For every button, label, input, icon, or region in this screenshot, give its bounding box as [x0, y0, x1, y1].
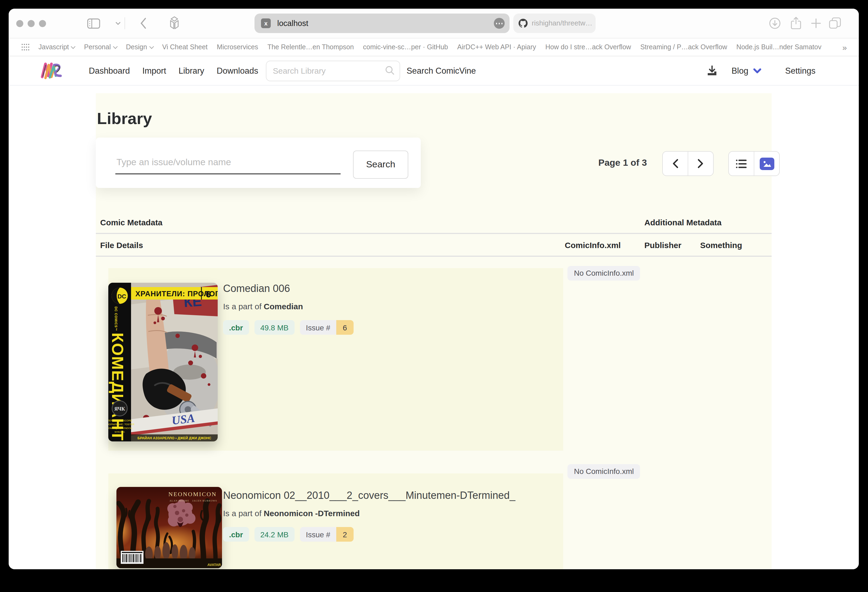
page-content: Library Search Page 1 of 3 [9, 86, 859, 569]
prev-page-button[interactable] [663, 152, 688, 176]
issue-volume-search-input[interactable] [115, 152, 341, 174]
file-size-badge: 24.2 MB [254, 527, 294, 542]
browser-toolbar: x localhost rishighan/threetw… [9, 9, 859, 38]
nav-downloads[interactable]: Downloads [217, 66, 258, 75]
issue-label-badge: Issue # [300, 320, 336, 335]
nav-settings[interactable]: Settings [785, 66, 815, 75]
svg-text:ОФОРМЛЕНИЕ: TOSTER: ОФОРМЛЕНИЕ: TOSTER [108, 423, 134, 426]
chevron-down-icon [71, 44, 75, 49]
back-button-icon[interactable] [140, 17, 147, 29]
chevron-left-icon [672, 159, 679, 168]
file-size-badge: 49.8 MB [254, 320, 294, 335]
bookmark-item[interactable]: Streaming / P…ack Overflow [640, 43, 727, 51]
comicinfo-status-badge: No ComicInfo.xml [567, 464, 640, 479]
traffic-light-close[interactable] [16, 20, 23, 27]
chevron-down-icon [149, 44, 154, 49]
file-extension-badge: .cbr [223, 527, 249, 542]
bookmark-item[interactable]: Vi Cheat Sheet [162, 43, 208, 51]
bookmark-item[interactable]: AirDC++ Web API · Apiary [457, 43, 536, 51]
bookmark-folder[interactable]: Javascript [38, 43, 75, 51]
new-tab-icon[interactable] [810, 18, 821, 29]
column-header-comicinfo: ComicInfo.xml [565, 241, 621, 250]
github-icon [518, 18, 528, 28]
sidebar-chevron-icon[interactable] [115, 22, 121, 25]
bookmark-item[interactable]: comic-vine-sc…per · GitHub [363, 43, 448, 51]
issue-number-badge: 6 [336, 320, 354, 335]
comic-series-line: Is a part of Comedian [223, 302, 359, 311]
column-header-something: Something [700, 241, 742, 250]
app-logo[interactable] [39, 59, 65, 82]
traffic-light-minimize[interactable] [28, 20, 35, 27]
svg-text:ХРАНИТЕЛИ: ПРОЛОГ: ХРАНИТЕЛИ: ПРОЛОГ [135, 290, 218, 298]
comic-details: Neonomicon 02__2010___2_covers___Minutem… [223, 490, 515, 542]
comic-series-line: Is a part of Neonomicon -DTermined [223, 509, 515, 518]
search-button[interactable]: Search [353, 151, 408, 179]
view-toggle [728, 151, 780, 176]
issue-label-badge: Issue # [300, 527, 336, 542]
bookmark-item[interactable]: Node.js Buil…nder Samatov [737, 43, 821, 51]
library-section: Library Search Page 1 of 3 [96, 93, 772, 569]
svg-text:6: 6 [206, 289, 211, 299]
bookmarks-bar: Javascript Personal Design Vi Cheat Shee… [9, 38, 859, 56]
table-divider [96, 233, 772, 234]
nav-search-comicvine[interactable]: Search ComicVine [407, 66, 476, 75]
comic-series-name[interactable]: Comedian [264, 302, 303, 311]
page-title: Library [97, 109, 152, 128]
file-extension-badge: .cbr [223, 320, 249, 335]
chevron-right-icon [697, 159, 704, 168]
comicinfo-status-badge: No ComicInfo.xml [567, 266, 640, 280]
chevron-down-icon [113, 44, 118, 49]
svg-text:NEONOMICON: NEONOMICON [168, 491, 217, 498]
comic-cover-comedian[interactable]: КЕ [108, 283, 218, 441]
bookmarks-overflow-chevron[interactable]: » [842, 43, 847, 52]
svg-text:DC: DC [118, 293, 126, 300]
nav-dashboard[interactable]: Dashboard [89, 66, 130, 75]
pagination-controls [662, 151, 714, 176]
table-group-header: Comic Metadata [100, 218, 162, 227]
svg-text:AVATAR: AVATAR [207, 563, 221, 567]
svg-text:DC COMICS™: DC COMICS™ [114, 307, 118, 331]
traffic-light-zoom[interactable] [39, 20, 46, 27]
svg-text:JACEN BURROWS: JACEN BURROWS [192, 499, 217, 502]
address-bar[interactable]: x localhost [254, 13, 509, 33]
bookmark-item[interactable]: How do I stre…ack Overflow [545, 43, 631, 51]
background-tab-title: rishighan/threetw… [532, 13, 592, 33]
app-navbar: Dashboard Import Library Downloads Searc… [9, 56, 859, 86]
pagination-label: Page 1 of 3 [598, 158, 647, 168]
blog-chevron-down-icon[interactable] [753, 68, 761, 73]
table-divider [96, 255, 772, 257]
downloads-tray-icon[interactable] [707, 65, 717, 76]
comic-title[interactable]: Neonomicon 02__2010___2_covers___Minutem… [223, 490, 515, 502]
bookmark-folder[interactable]: Design [126, 43, 153, 51]
library-search-input[interactable] [266, 61, 400, 81]
nav-library[interactable]: Library [179, 66, 204, 75]
background-tab[interactable]: rishighan/threetw… [513, 13, 596, 33]
comic-series-name[interactable]: Neonomicon -DTermined [264, 509, 360, 518]
gallery-view-button[interactable] [754, 152, 779, 176]
next-page-button[interactable] [688, 152, 713, 176]
bookmark-folder[interactable]: Personal [84, 43, 117, 51]
more-options-icon[interactable] [494, 18, 505, 29]
list-view-button[interactable] [729, 152, 754, 176]
nav-import[interactable]: Import [142, 66, 166, 75]
extension-box-icon[interactable] [167, 16, 182, 31]
comic-details: Comedian 006 Is a part of Comedian .cbr … [223, 283, 359, 335]
nav-blog[interactable]: Blog [732, 66, 748, 75]
share-icon[interactable] [790, 16, 802, 30]
svg-text:ПЕРЕВОД: DISCORD: ПЕРЕВОД: DISCORD [108, 419, 132, 422]
address-text: localhost [277, 13, 308, 33]
desktop: x localhost rishighan/threetw… [0, 0, 868, 592]
column-header-publisher: Publisher [644, 241, 682, 250]
bookmark-item[interactable]: The Relentle…en Thompson [267, 43, 354, 51]
comic-badges: .cbr 49.8 MB Issue # 6 [223, 320, 359, 335]
tab-overview-icon[interactable] [828, 17, 841, 30]
bookmark-item[interactable]: Microservices [217, 43, 258, 51]
downloads-icon[interactable] [769, 17, 781, 29]
comic-badges: .cbr 24.2 MB Issue # 2 [223, 527, 515, 542]
comic-title[interactable]: Comedian 006 [223, 283, 359, 295]
comic-row: КЕ [108, 268, 563, 451]
sidebar-toggle-icon[interactable] [87, 18, 100, 29]
comic-cover-neonomicon[interactable]: NEONOMICON ALAN MOORE JACEN BURROWS [117, 487, 222, 568]
bookmarks-grid-icon[interactable] [22, 43, 29, 51]
issue-number-badge: 2 [336, 527, 354, 542]
